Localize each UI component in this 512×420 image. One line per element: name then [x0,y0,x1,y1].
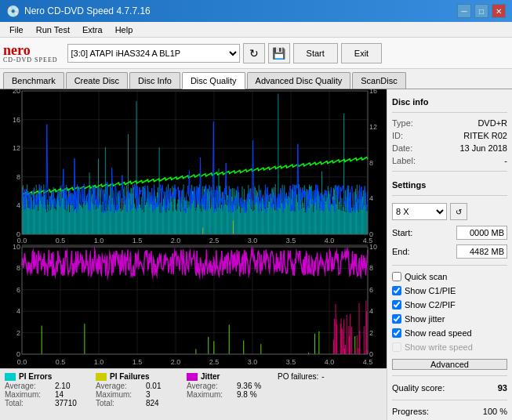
quick-scan-row: Quick scan [392,272,507,281]
pi-errors-max-label: Maximum: [5,390,52,399]
jitter-label: Jitter [201,372,220,381]
settings-title: Settings [392,180,507,190]
show-read-speed-row: Show read speed [392,328,507,338]
menu-extra[interactable]: Extra [76,24,109,36]
divider-5 [392,375,507,376]
quality-score-row: Quality score: 93 [392,383,507,393]
pi-failures-avg-label: Average: [96,382,143,390]
show-c2-pif-checkbox[interactable] [392,300,401,310]
show-c2-pif-row: Show C2/PIF [392,300,507,310]
toolbar: nero CD-DVD SPEED [3:0] ATAPI iHAS324 A … [0,38,512,69]
end-mb-row: End: [392,244,507,259]
show-read-speed-checkbox[interactable] [392,328,401,338]
po-failures-label: PO failures: [278,372,318,381]
show-c1-pie-checkbox[interactable] [392,286,401,295]
jitter-max-value: 9.8 % [237,390,268,399]
pi-errors-color [5,373,16,381]
nero-logo: nero CD-DVD SPEED [3,43,58,63]
pi-errors-avg-value: 2.10 [55,382,86,390]
close-button[interactable]: ✕ [492,4,506,18]
divider-3 [392,195,507,196]
disc-type-value: DVD+R [478,118,507,128]
app-icon: 💿 [6,5,20,17]
menu-file[interactable]: File [3,24,30,36]
disc-info-title: Disc info [392,97,507,107]
disc-type-row: Type: DVD+R [392,118,507,128]
pi-errors-total-value: 37710 [55,399,86,407]
quick-scan-checkbox[interactable] [392,272,401,281]
pi-failures-total-label: Total: [96,399,143,407]
tab-advanced-disc-quality[interactable]: Advanced Disc Quality [247,72,351,89]
drive-select[interactable]: [3:0] ATAPI iHAS324 A BL1P [67,44,240,63]
progress-row: Progress: 100 % [392,407,507,416]
menu-run-test[interactable]: Run Test [30,24,76,36]
jitter-avg-value: 9.36 % [237,382,268,390]
show-c1-pie-row: Show C1/PIE [392,286,507,295]
minimize-button[interactable]: ─ [457,4,471,18]
disc-label-value: - [504,156,507,165]
show-jitter-checkbox[interactable] [392,314,401,324]
speed-select[interactable]: 8 X 4 X 2 X 1 X [392,203,447,220]
speed-row: 8 X 4 X 2 X 1 X ↺ [392,203,507,220]
save-icon[interactable]: 💾 [268,43,290,63]
chart-canvas [0,89,387,368]
divider-1 [392,112,507,113]
show-write-speed-checkbox [392,342,401,352]
tab-disc-quality[interactable]: Disc Quality [182,72,245,89]
show-c1-pie-label: Show C1/PIE [405,286,456,295]
show-write-speed-row: Show write speed [392,342,507,352]
tab-disc-info[interactable]: Disc Info [129,72,180,89]
advanced-button[interactable]: Advanced [392,359,507,370]
divider-4 [392,265,507,266]
quality-score-label: Quality score: [392,383,445,393]
disc-date-value: 13 Jun 2018 [459,143,507,153]
pi-failures-total-value: 824 [146,399,177,407]
titlebar-controls: ─ □ ✕ [457,4,506,18]
tab-benchmark[interactable]: Benchmark [3,72,64,89]
disc-date-row: Date: 13 Jun 2018 [392,143,507,153]
main-content: PI Errors Average: 2.10 Maximum: 14 Tota… [0,89,512,420]
disc-label-label: Label: [392,156,416,165]
side-panel: Disc info Type: DVD+R ID: RITEK R02 Date… [387,89,512,420]
start-mb-input[interactable] [456,226,507,240]
titlebar-title: 💿 Nero CD-DVD Speed 4.7.7.16 [6,5,151,17]
disc-id-row: ID: RITEK R02 [392,131,507,140]
app-title: Nero CD-DVD Speed 4.7.7.16 [24,5,151,16]
jitter-max-label: Maximum: [187,390,234,399]
jitter-avg-label: Average: [187,382,234,390]
show-read-speed-label: Show read speed [405,328,472,338]
start-mb-label: Start: [392,228,412,237]
disc-date-label: Date: [392,143,412,153]
maximize-button[interactable]: □ [474,4,488,18]
pi-failures-max-label: Maximum: [96,390,143,399]
progress-value: 100 % [483,407,507,416]
legend-po-failures: PO failures: - [278,372,325,381]
settings-icon-btn[interactable]: ↺ [450,203,467,220]
quick-scan-label: Quick scan [405,272,447,281]
divider-6 [392,400,507,400]
menu-help[interactable]: Help [109,24,140,36]
menubar: File Run Test Extra Help [0,22,512,38]
legend-pi-errors: PI Errors Average: 2.10 Maximum: 14 Tota… [5,372,86,407]
chart-area: PI Errors Average: 2.10 Maximum: 14 Tota… [0,89,387,420]
pi-errors-max-value: 14 [55,390,86,399]
legend-jitter: Jitter Average: 9.36 % Maximum: 9.8 % [187,372,268,399]
tab-scandisc[interactable]: ScanDisc [352,72,405,89]
po-failures-value: - [321,372,324,381]
pi-failures-label: PI Failures [110,372,150,381]
show-jitter-label: Show jitter [405,314,445,324]
refresh-icon[interactable]: ↻ [243,43,265,63]
tab-create-disc[interactable]: Create Disc [66,72,128,89]
pi-errors-total-label: Total: [5,399,52,407]
end-mb-label: End: [392,247,410,256]
show-write-speed-label: Show write speed [405,342,473,352]
exit-button[interactable]: Exit [341,43,382,63]
pi-errors-avg-label: Average: [5,382,52,390]
titlebar: 💿 Nero CD-DVD Speed 4.7.7.16 ─ □ ✕ [0,0,512,22]
start-button[interactable]: Start [293,43,338,63]
start-mb-row: Start: [392,226,507,240]
quality-score-value: 93 [498,383,507,393]
pi-failures-color [96,373,107,381]
legend-area: PI Errors Average: 2.10 Maximum: 14 Tota… [0,368,387,420]
end-mb-input[interactable] [456,244,507,259]
